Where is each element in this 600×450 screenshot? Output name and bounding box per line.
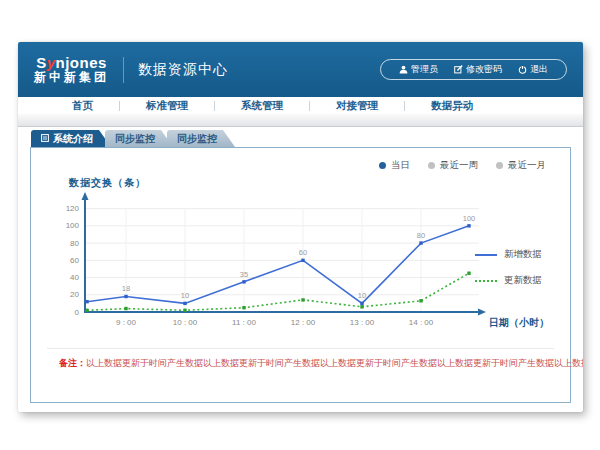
tab-label: 同步监控 <box>177 132 217 146</box>
legend-item-updated-data[interactable]: 更新数据 <box>475 274 542 287</box>
logo-part: njones <box>56 54 107 71</box>
user-icon <box>399 65 408 74</box>
svg-text:10 : 00: 10 : 00 <box>173 318 198 327</box>
svg-text:60: 60 <box>299 248 307 257</box>
radio-last-month[interactable]: 最近一月 <box>496 159 546 172</box>
panel-divider <box>47 348 554 349</box>
svg-text:100: 100 <box>66 221 80 230</box>
svg-text:60: 60 <box>70 256 79 265</box>
main-nav: 首页 标准管理 系统管理 对接管理 数据异动 <box>18 97 583 114</box>
svg-text:日期（小时）: 日期（小时） <box>489 317 549 328</box>
svg-text:20: 20 <box>70 290 79 299</box>
radio-label: 当日 <box>391 159 410 172</box>
legend-label: 新增数据 <box>504 248 542 261</box>
radio-label: 最近一周 <box>440 159 478 172</box>
footnote-text: 以上数据更新于时间产生数据以上数据更新于时间产生数据以上数据更新于时间产生数据以… <box>86 358 583 368</box>
legend-item-new-data[interactable]: 新增数据 <box>475 248 542 261</box>
brand-logo: Synjones 新中新集团 <box>34 54 109 85</box>
svg-text:80: 80 <box>417 231 425 240</box>
nav-shadow-strip <box>18 114 583 127</box>
svg-text:80: 80 <box>70 239 79 248</box>
svg-text:12 : 00: 12 : 00 <box>291 318 316 327</box>
radio-last-week[interactable]: 最近一周 <box>428 159 478 172</box>
nav-item-standards[interactable]: 标准管理 <box>120 99 214 113</box>
nav-item-data-changes[interactable]: 数据异动 <box>405 99 499 113</box>
time-range-filters: 当日 最近一周 最近一月 <box>45 158 556 173</box>
svg-text:0: 0 <box>75 308 80 317</box>
tab-label: 同步监控 <box>115 132 155 146</box>
svg-text:35: 35 <box>240 270 248 279</box>
svg-text:120: 120 <box>66 204 80 213</box>
document-icon <box>41 133 49 144</box>
nav-item-system[interactable]: 系统管理 <box>215 99 309 113</box>
page-title: 数据资源中心 <box>138 61 228 79</box>
tab-system-intro[interactable]: 系统介绍 <box>31 130 111 147</box>
brand-logo-subtitle: 新中新集团 <box>34 71 109 85</box>
legend-label: 更新数据 <box>504 274 542 287</box>
header-divider <box>123 57 124 83</box>
svg-text:14 : 00: 14 : 00 <box>409 318 434 327</box>
app-header: Synjones 新中新集团 数据资源中心 管理员 修改密码 退出 <box>18 42 583 97</box>
radio-today[interactable]: 当日 <box>379 159 410 172</box>
svg-text:9 : 00: 9 : 00 <box>116 318 137 327</box>
logo-accent: y <box>47 54 56 71</box>
svg-text:10: 10 <box>358 291 366 300</box>
logo-part: S <box>36 54 47 71</box>
nav-item-home[interactable]: 首页 <box>46 99 119 113</box>
radio-label: 最近一月 <box>508 159 546 172</box>
current-user-button[interactable]: 管理员 <box>391 63 446 76</box>
user-toolbar: 管理员 修改密码 退出 <box>380 59 567 80</box>
user-label: 管理员 <box>411 63 438 76</box>
logout-button[interactable]: 退出 <box>510 63 556 76</box>
svg-text:11 : 00: 11 : 00 <box>232 318 256 327</box>
power-icon <box>518 65 527 74</box>
tab-label: 系统介绍 <box>53 132 93 146</box>
nav-item-interface[interactable]: 对接管理 <box>310 99 404 113</box>
logout-label: 退出 <box>530 63 548 76</box>
tab-sync-monitor-1[interactable]: 同步监控 <box>105 130 173 147</box>
brand-logo-text: Synjones <box>34 54 109 71</box>
content-panel: 当日 最近一周 最近一月 数据交换（条） 0204060801001209 : … <box>30 147 571 403</box>
chart-y-axis-title: 数据交换（条） <box>69 176 556 190</box>
chart-area: 0204060801001209 : 0010 : 0011 : 0012 : … <box>45 190 556 344</box>
edit-icon <box>454 65 463 74</box>
dotted-line-swatch <box>475 280 497 282</box>
tab-bar: 系统介绍 同步监控 同步监控 <box>18 130 583 147</box>
chart-legend: 新增数据 更新数据 <box>475 248 542 287</box>
app-window: Synjones 新中新集团 数据资源中心 管理员 修改密码 退出 首页 标准管… <box>18 42 583 412</box>
change-password-button[interactable]: 修改密码 <box>446 63 510 76</box>
svg-text:18: 18 <box>122 284 130 293</box>
radio-dot <box>496 162 503 169</box>
change-password-label: 修改密码 <box>466 63 502 76</box>
tab-sync-monitor-2[interactable]: 同步监控 <box>167 130 235 147</box>
svg-text:10: 10 <box>181 291 189 300</box>
footnote-prefix: 备注： <box>59 358 86 368</box>
svg-text:13 : 00: 13 : 00 <box>350 318 375 327</box>
footnote: 备注：以上数据更新于时间产生数据以上数据更新于时间产生数据以上数据更新于时间产生… <box>59 357 556 370</box>
radio-dot <box>428 162 435 169</box>
solid-line-swatch <box>475 254 497 256</box>
svg-text:40: 40 <box>70 273 79 282</box>
svg-text:100: 100 <box>463 214 476 223</box>
radio-dot-selected <box>379 162 386 169</box>
